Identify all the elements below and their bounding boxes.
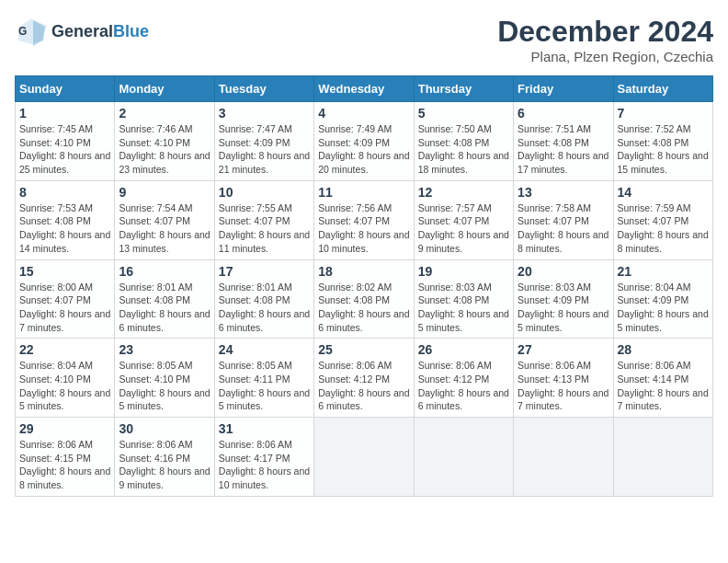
calendar-cell: 7Sunrise: 7:52 AMSunset: 4:08 PMDaylight…: [613, 102, 712, 181]
logo: G GeneralBlue: [15, 15, 149, 48]
calendar-cell: 14Sunrise: 7:59 AMSunset: 4:07 PMDayligh…: [613, 180, 712, 259]
day-number: 23: [119, 342, 210, 357]
day-info: Sunrise: 7:52 AMSunset: 4:08 PMDaylight:…: [618, 122, 709, 177]
calendar-cell: 8Sunrise: 7:53 AMSunset: 4:08 PMDaylight…: [16, 180, 115, 259]
calendar-cell: 5Sunrise: 7:50 AMSunset: 4:08 PMDaylight…: [414, 102, 513, 181]
col-header-wednesday: Wednesday: [314, 76, 414, 102]
day-info: Sunrise: 7:56 AMSunset: 4:07 PMDaylight:…: [318, 201, 409, 256]
calendar-cell: 13Sunrise: 7:58 AMSunset: 4:07 PMDayligh…: [514, 180, 613, 259]
day-number: 1: [19, 106, 110, 121]
day-info: Sunrise: 7:53 AMSunset: 4:08 PMDaylight:…: [19, 201, 110, 256]
col-header-sunday: Sunday: [16, 76, 115, 102]
calendar-cell: 3Sunrise: 7:47 AMSunset: 4:09 PMDaylight…: [214, 102, 313, 181]
calendar-cell: 27Sunrise: 8:06 AMSunset: 4:13 PMDayligh…: [514, 339, 613, 418]
day-info: Sunrise: 8:04 AMSunset: 4:10 PMDaylight:…: [19, 359, 110, 413]
day-number: 27: [518, 342, 609, 357]
day-info: Sunrise: 8:04 AMSunset: 4:09 PMDaylight:…: [618, 281, 709, 335]
col-header-monday: Monday: [115, 76, 214, 102]
day-info: Sunrise: 8:06 AMSunset: 4:15 PMDaylight:…: [19, 438, 110, 492]
day-number: 5: [418, 106, 509, 121]
day-info: Sunrise: 8:05 AMSunset: 4:11 PMDaylight:…: [219, 359, 310, 413]
day-info: Sunrise: 8:03 AMSunset: 4:09 PMDaylight:…: [518, 281, 609, 335]
day-info: Sunrise: 8:00 AMSunset: 4:07 PMDaylight:…: [19, 281, 110, 335]
day-info: Sunrise: 8:06 AMSunset: 4:14 PMDaylight:…: [618, 359, 709, 413]
day-number: 9: [119, 185, 210, 200]
calendar-cell: 30Sunrise: 8:06 AMSunset: 4:16 PMDayligh…: [115, 418, 214, 497]
calendar-table: SundayMondayTuesdayWednesdayThursdayFrid…: [15, 75, 713, 497]
calendar-cell: 22Sunrise: 8:04 AMSunset: 4:10 PMDayligh…: [16, 339, 115, 418]
calendar-cell: [314, 418, 414, 497]
logo-icon: G: [15, 15, 48, 48]
day-info: Sunrise: 7:57 AMSunset: 4:07 PMDaylight:…: [418, 201, 509, 256]
calendar-cell: 29Sunrise: 8:06 AMSunset: 4:15 PMDayligh…: [16, 418, 115, 497]
day-number: 2: [119, 106, 210, 121]
calendar-cell: 21Sunrise: 8:04 AMSunset: 4:09 PMDayligh…: [613, 259, 712, 339]
day-number: 18: [318, 264, 409, 279]
day-number: 19: [418, 264, 509, 279]
calendar-cell: 26Sunrise: 8:06 AMSunset: 4:12 PMDayligh…: [414, 339, 513, 418]
calendar-cell: 4Sunrise: 7:49 AMSunset: 4:09 PMDaylight…: [314, 102, 414, 181]
day-info: Sunrise: 7:54 AMSunset: 4:07 PMDaylight:…: [119, 201, 210, 256]
calendar-cell: 12Sunrise: 7:57 AMSunset: 4:07 PMDayligh…: [414, 180, 513, 259]
calendar-cell: 25Sunrise: 8:06 AMSunset: 4:12 PMDayligh…: [314, 339, 414, 418]
page-header: G GeneralBlue December 2024 Plana, Plzen…: [15, 15, 713, 64]
col-header-friday: Friday: [514, 76, 613, 102]
day-number: 29: [19, 421, 110, 436]
day-number: 22: [19, 342, 110, 357]
calendar-cell: 17Sunrise: 8:01 AMSunset: 4:08 PMDayligh…: [214, 259, 313, 339]
day-info: Sunrise: 7:51 AMSunset: 4:08 PMDaylight:…: [518, 122, 609, 177]
day-info: Sunrise: 8:06 AMSunset: 4:13 PMDaylight:…: [518, 359, 609, 413]
calendar-cell: 11Sunrise: 7:56 AMSunset: 4:07 PMDayligh…: [314, 180, 414, 259]
day-number: 21: [618, 264, 709, 279]
day-number: 17: [219, 264, 310, 279]
calendar-cell: 18Sunrise: 8:02 AMSunset: 4:08 PMDayligh…: [314, 259, 414, 339]
day-info: Sunrise: 7:59 AMSunset: 4:07 PMDaylight:…: [618, 201, 709, 256]
calendar-cell: 23Sunrise: 8:05 AMSunset: 4:10 PMDayligh…: [115, 339, 214, 418]
calendar-cell: [414, 418, 513, 497]
calendar-cell: 2Sunrise: 7:46 AMSunset: 4:10 PMDaylight…: [115, 102, 214, 181]
calendar-cell: 10Sunrise: 7:55 AMSunset: 4:07 PMDayligh…: [214, 180, 313, 259]
day-number: 31: [219, 421, 310, 436]
day-info: Sunrise: 8:01 AMSunset: 4:08 PMDaylight:…: [219, 281, 310, 335]
day-info: Sunrise: 7:58 AMSunset: 4:07 PMDaylight:…: [518, 201, 609, 256]
day-info: Sunrise: 8:03 AMSunset: 4:08 PMDaylight:…: [418, 281, 509, 335]
calendar-cell: 16Sunrise: 8:01 AMSunset: 4:08 PMDayligh…: [115, 259, 214, 339]
day-number: 7: [618, 106, 709, 121]
day-number: 26: [418, 342, 509, 357]
day-info: Sunrise: 7:46 AMSunset: 4:10 PMDaylight:…: [119, 122, 210, 177]
day-info: Sunrise: 8:06 AMSunset: 4:12 PMDaylight:…: [318, 359, 409, 413]
day-number: 28: [618, 342, 709, 357]
day-number: 24: [219, 342, 310, 357]
day-info: Sunrise: 7:45 AMSunset: 4:10 PMDaylight:…: [19, 122, 110, 177]
day-info: Sunrise: 8:02 AMSunset: 4:08 PMDaylight:…: [318, 281, 409, 335]
page-title: December 2024: [497, 15, 713, 49]
day-number: 16: [119, 264, 210, 279]
calendar-cell: 15Sunrise: 8:00 AMSunset: 4:07 PMDayligh…: [16, 259, 115, 339]
day-info: Sunrise: 8:05 AMSunset: 4:10 PMDaylight:…: [119, 359, 210, 413]
day-info: Sunrise: 7:49 AMSunset: 4:09 PMDaylight:…: [318, 122, 409, 177]
day-number: 25: [318, 342, 409, 357]
day-number: 15: [19, 264, 110, 279]
calendar-cell: 31Sunrise: 8:06 AMSunset: 4:17 PMDayligh…: [214, 418, 313, 497]
day-info: Sunrise: 7:47 AMSunset: 4:09 PMDaylight:…: [219, 122, 310, 177]
day-number: 13: [518, 185, 609, 200]
title-block: December 2024 Plana, Plzen Region, Czech…: [497, 15, 713, 64]
calendar-cell: 9Sunrise: 7:54 AMSunset: 4:07 PMDaylight…: [115, 180, 214, 259]
calendar-cell: 24Sunrise: 8:05 AMSunset: 4:11 PMDayligh…: [214, 339, 313, 418]
col-header-thursday: Thursday: [414, 76, 513, 102]
calendar-cell: 1Sunrise: 7:45 AMSunset: 4:10 PMDaylight…: [16, 102, 115, 181]
day-number: 11: [318, 185, 409, 200]
day-number: 8: [19, 185, 110, 200]
logo-blue: Blue: [113, 22, 149, 40]
calendar-cell: [613, 418, 712, 497]
day-number: 12: [418, 185, 509, 200]
day-number: 6: [518, 106, 609, 121]
calendar-cell: 20Sunrise: 8:03 AMSunset: 4:09 PMDayligh…: [514, 259, 613, 339]
calendar-cell: 28Sunrise: 8:06 AMSunset: 4:14 PMDayligh…: [613, 339, 712, 418]
calendar-cell: 19Sunrise: 8:03 AMSunset: 4:08 PMDayligh…: [414, 259, 513, 339]
day-number: 4: [318, 106, 409, 121]
day-info: Sunrise: 7:55 AMSunset: 4:07 PMDaylight:…: [219, 201, 310, 256]
calendar-cell: 6Sunrise: 7:51 AMSunset: 4:08 PMDaylight…: [514, 102, 613, 181]
day-number: 30: [119, 421, 210, 436]
svg-text:G: G: [18, 25, 27, 38]
